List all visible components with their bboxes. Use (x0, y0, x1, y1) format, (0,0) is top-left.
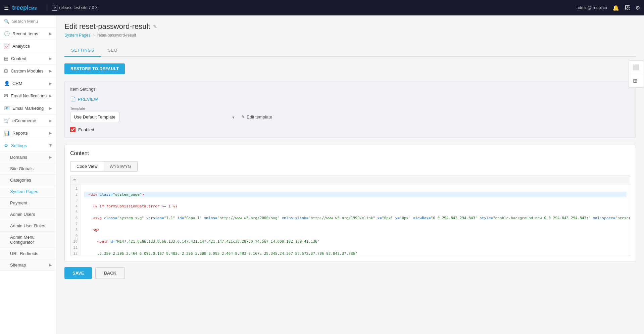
arrow-icon: ▶ (49, 69, 52, 73)
recent-items-icon: 🕐 (4, 31, 10, 36)
analytics-icon: 📈 (4, 43, 10, 49)
top-nav: ☰ treeplCMS ↗ release test site 7.0.3 ad… (0, 0, 644, 15)
user-email: admin@treepl.co (577, 5, 607, 10)
back-button[interactable]: BACK (95, 267, 125, 279)
float-panel-grid-icon[interactable]: ⊞ (629, 74, 644, 87)
sidebar-item-settings[interactable]: ⚙ Settings ▶ (0, 139, 56, 152)
float-panel-page-icon[interactable]: ⬜ (629, 61, 644, 74)
sidebar-item-email-notifications[interactable]: ✉ Email Notifications ▶ (0, 90, 56, 102)
page-edit-icon[interactable]: ✎ (153, 24, 157, 29)
template-label: Template (70, 106, 630, 110)
email-marketing-icon: 📧 (4, 105, 10, 111)
settings-icon[interactable]: ⚙ (635, 5, 640, 11)
reports-icon: 📊 (4, 130, 10, 136)
breadcrumb-current: reset-password-result (97, 33, 136, 38)
settings-sidebar-icon: ⚙ (4, 143, 8, 148)
image-icon[interactable]: 🖼 (625, 5, 630, 11)
enabled-checkbox[interactable] (70, 127, 76, 132)
arrow-icon: ▶ (49, 119, 52, 123)
content-icon: ▤ (4, 56, 8, 61)
arrow-icon: ▶ (49, 155, 52, 159)
template-select[interactable]: Use Default Template (70, 112, 119, 122)
sidebar-subitem-admin-user-roles[interactable]: Admin User Roles (0, 220, 56, 232)
main-content: Edit reset-password-result ✎ System Page… (56, 15, 644, 334)
line-numbers: 12345 678910 111213141516 (70, 184, 81, 256)
enabled-row: Enabled (70, 127, 630, 132)
code-editor-toolbar: ≡ (70, 176, 630, 184)
restore-default-button[interactable]: RESTORE TO DEFAULT (64, 63, 125, 74)
arrow-icon: ▶ (49, 57, 52, 60)
arrow-icon: ▶ (49, 32, 52, 36)
code-content: <div class="system_page"> {% if formSubm… (81, 184, 630, 256)
sidebar-subitem-categories[interactable]: Categories (0, 175, 56, 186)
page-tabs: SETTINGS SEO (64, 44, 636, 57)
editor-menu-icon[interactable]: ≡ (73, 177, 76, 183)
preview-icon: 📄 (70, 96, 76, 102)
sidebar-subitem-admin-users[interactable]: Admin Users (0, 209, 56, 220)
ecommerce-icon: 🛒 (4, 118, 10, 123)
tab-code-view[interactable]: Code View (70, 161, 104, 171)
save-button[interactable]: SAVE (64, 267, 92, 279)
arrow-icon: ▶ (49, 263, 52, 267)
search-menu[interactable]: 🔍 Search Menu (0, 15, 56, 28)
search-icon: 🔍 (4, 19, 9, 24)
arrow-icon: ▶ (49, 82, 52, 85)
edit-template-button[interactable]: ✎ Edit template (241, 114, 272, 120)
float-panel: ⬜ ⊞ (629, 60, 644, 88)
settings-subitems: Domains ▶ Site Globals Categories System… (0, 152, 56, 271)
layout: 🔍 Search Menu 🕐 Recent Items ▶ 📈 Analyti… (0, 15, 644, 334)
content-title: Content (70, 150, 630, 156)
sidebar-item-crm[interactable]: 👤 CRM ▶ (0, 77, 56, 90)
item-settings-title: Item Settings (70, 87, 630, 92)
sidebar: 🔍 Search Menu 🕐 Recent Items ▶ 📈 Analyti… (0, 15, 56, 334)
sidebar-item-analytics[interactable]: 📈 Analytics (0, 40, 56, 52)
sidebar-item-content[interactable]: ▤ Content ▶ (0, 52, 56, 65)
sidebar-subitem-sitemap[interactable]: Sitemap ▶ (0, 259, 56, 271)
bottom-actions: SAVE BACK (64, 267, 636, 279)
content-section: Content Code View WYSIWYG ≡ 12345 678910… (64, 145, 636, 262)
page-title: Edit reset-password-result (64, 22, 150, 31)
sidebar-item-recent-items[interactable]: 🕐 Recent Items ▶ (0, 28, 56, 40)
custom-modules-icon: ⊞ (4, 68, 8, 74)
sidebar-subitem-system-pages[interactable]: System Pages (0, 186, 56, 197)
notification-icon[interactable]: 🔔 (612, 5, 619, 11)
template-select-row: Use Default Template ✎ Edit template (70, 112, 630, 122)
tab-wysiwyg[interactable]: WYSIWYG (104, 161, 137, 171)
template-select-wrapper: Use Default Template (70, 112, 238, 122)
arrow-icon: ▶ (49, 94, 52, 98)
sidebar-subitem-site-globals[interactable]: Site Globals (0, 163, 56, 175)
sidebar-item-email-marketing[interactable]: 📧 Email Marketing ▶ (0, 102, 56, 114)
site-info: ↗ release test site 7.0.3 (47, 5, 97, 11)
sidebar-item-ecommerce[interactable]: 🛒 eCommerce ▶ (0, 114, 56, 127)
arrow-icon: ▶ (49, 106, 52, 110)
sidebar-subitem-domains[interactable]: Domains ▶ (0, 152, 56, 163)
sidebar-subitem-payment[interactable]: Payment (0, 197, 56, 209)
sidebar-item-reports[interactable]: 📊 Reports ▶ (0, 127, 56, 139)
code-tabs: Code View WYSIWYG (70, 161, 138, 172)
item-settings-panel: Item Settings 📄 PREVIEW Template Use Def… (64, 81, 636, 138)
code-editor[interactable]: ≡ 12345 678910 111213141516 <div class="… (70, 176, 630, 256)
external-link-icon: ↗ (52, 5, 57, 11)
sidebar-subitem-url-redirects[interactable]: URL Redirects (0, 248, 56, 259)
enabled-label: Enabled (78, 127, 94, 132)
sidebar-item-custom-modules[interactable]: ⊞ Custom Modules ▶ (0, 65, 56, 77)
hamburger-icon[interactable]: ☰ (4, 5, 9, 11)
tab-settings[interactable]: SETTINGS (64, 44, 101, 57)
arrow-icon: ▶ (49, 144, 53, 147)
breadcrumb: System Pages › reset-password-result (64, 33, 636, 38)
page-header: Edit reset-password-result ✎ (64, 22, 636, 31)
arrow-icon: ▶ (49, 131, 52, 135)
tab-seo[interactable]: SEO (101, 44, 124, 57)
breadcrumb-parent[interactable]: System Pages (64, 33, 90, 38)
sidebar-subitem-admin-menu-configurator[interactable]: Admin Menu Configurator (0, 232, 56, 248)
preview-link[interactable]: 📄 PREVIEW (70, 96, 630, 102)
code-lines: 12345 678910 111213141516 <div class="sy… (70, 184, 630, 256)
logo: treeplCMS (12, 4, 37, 11)
crm-icon: 👤 (4, 81, 10, 86)
top-nav-right: admin@treepl.co 🔔 🖼 ⚙ (577, 5, 640, 11)
email-notifications-icon: ✉ (4, 93, 8, 98)
breadcrumb-separator: › (93, 33, 95, 38)
edit-template-icon: ✎ (241, 114, 245, 120)
